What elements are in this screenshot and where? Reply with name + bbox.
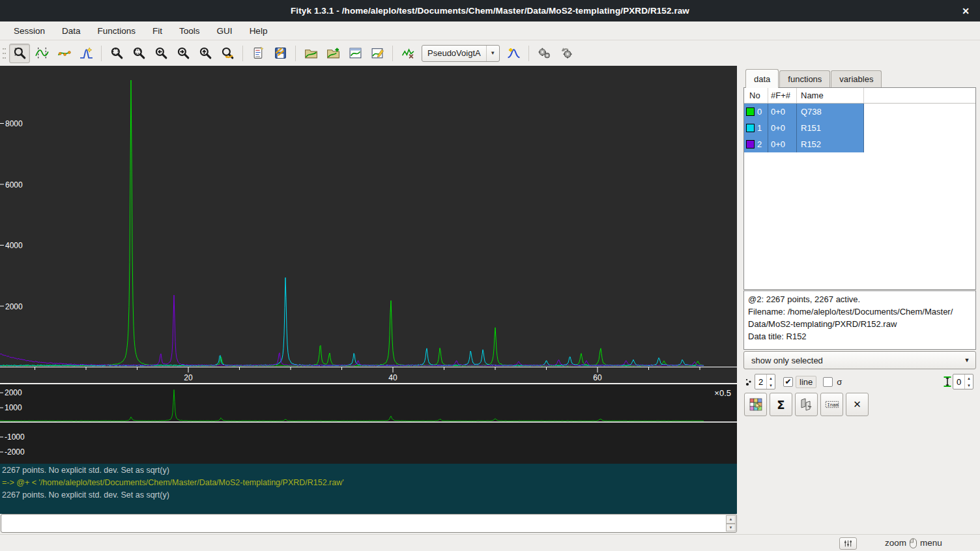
svg-text:40: 40: [388, 373, 397, 382]
command-input[interactable]: [1, 514, 737, 533]
dataset-name: Q738: [797, 104, 864, 120]
toolbar-separator: [528, 46, 529, 61]
sidebar-tabs: data functions variables: [745, 68, 882, 88]
line-checkbox-label[interactable]: line: [796, 376, 816, 388]
history-down-icon[interactable]: ▼: [726, 524, 736, 532]
chevron-down-icon: ▼: [958, 357, 975, 363]
fit-undo-button[interactable]: [556, 44, 577, 63]
menu-tools[interactable]: Tools: [171, 23, 209, 38]
save-session-button[interactable]: [270, 44, 291, 63]
titlebar: Fityk 1.3.1 - /home/aleplo/test/Document…: [0, 0, 980, 21]
tab-functions[interactable]: functions: [779, 70, 830, 88]
spin-down-icon[interactable]: ▼: [767, 382, 775, 389]
zoom-left-button[interactable]: [151, 44, 171, 63]
menu-session[interactable]: Session: [5, 23, 53, 38]
window-title: Fityk 1.3.1 - /home/aleplo/test/Document…: [291, 6, 689, 16]
svg-text:Inam: Inam: [827, 403, 838, 408]
fit-run-button[interactable]: [534, 44, 555, 63]
menu-fit[interactable]: Fit: [144, 23, 171, 38]
toolbar-grip[interactable]: [1, 45, 7, 62]
shift-icon: [942, 376, 953, 388]
data-range-mode-button[interactable]: [31, 44, 52, 63]
show-filter-value: show only selected: [744, 356, 958, 365]
zoom-selection-button[interactable]: [128, 44, 149, 63]
baseline-mode-button[interactable]: [53, 44, 74, 63]
statusbar-menu-label: menu: [920, 538, 942, 548]
dataset-color-chip: [746, 140, 755, 148]
exec-script-button[interactable]: [248, 44, 268, 63]
sigma-checkbox[interactable]: [823, 377, 833, 387]
data-table-button[interactable]: [345, 44, 366, 63]
fast-transformations-button[interactable]: [397, 44, 418, 63]
zoom-right-button[interactable]: [173, 44, 194, 63]
console-line: 2267 points. No explicit std. dev. Set a…: [2, 464, 735, 477]
history-up-icon[interactable]: ▲: [726, 515, 736, 524]
console-line: =-> @+ < '/home/aleplo/test/Documents/Ch…: [2, 477, 735, 489]
append-data-button[interactable]: [323, 44, 343, 63]
menu-gui[interactable]: GUI: [209, 23, 241, 38]
point-size-stepper[interactable]: ▲▼: [755, 374, 775, 389]
svg-text:-2000: -2000: [5, 447, 25, 457]
column-header-no: No: [744, 88, 768, 103]
menu-functions[interactable]: Functions: [89, 23, 145, 38]
aux-plot[interactable]: 20001000-1000-2000×0.5: [0, 384, 737, 464]
sigma-checkbox-label[interactable]: σ: [835, 377, 843, 387]
show-filter-dropdown[interactable]: show only selected ▼: [743, 351, 976, 369]
info-line: @2: 2267 points, 2267 active.: [748, 293, 972, 305]
menu-help[interactable]: Help: [241, 23, 276, 38]
table-row[interactable]: 2 0+0 R152: [744, 136, 864, 152]
add-peak-mode-button[interactable]: [76, 44, 96, 63]
tab-variables[interactable]: variables: [831, 70, 882, 88]
tab-data[interactable]: data: [745, 69, 779, 88]
data-editor-button[interactable]: [367, 44, 388, 63]
svg-text:20: 20: [184, 373, 193, 382]
close-icon[interactable]: ✕: [957, 0, 975, 21]
dataset-no: 1: [757, 123, 762, 133]
svg-text:2000: 2000: [5, 388, 22, 397]
sum-datasets-button[interactable]: Σ: [770, 393, 792, 416]
svg-text:1000: 1000: [5, 403, 22, 412]
add-function-button[interactable]: [503, 44, 524, 63]
info-line: Data title: R152: [748, 330, 972, 343]
copy-data-button[interactable]: [795, 393, 818, 416]
column-header-f: #F+#: [768, 88, 797, 103]
statusbar-config-button[interactable]: [839, 537, 857, 550]
spin-down-icon[interactable]: ▼: [965, 382, 973, 389]
toolbar-separator: [242, 46, 243, 61]
function-type-selector[interactable]: PseudoVoigtA ▼: [422, 45, 500, 62]
statusbar-zoom-label: zoom: [885, 538, 906, 548]
dataset-info: @2: 2267 points, 2267 active. Filename: …: [743, 290, 976, 350]
table-row[interactable]: 0 0+0 Q738: [744, 104, 864, 120]
svg-text:60: 60: [593, 373, 602, 382]
dataset-name: R151: [797, 120, 864, 136]
table-row[interactable]: 1 0+0 R151: [744, 120, 864, 136]
dataset-color-chip: [746, 124, 755, 132]
dataset-fcount: 0+0: [768, 104, 797, 120]
dataset-no: 2: [757, 139, 762, 149]
function-type-value: PseudoVoigtA: [422, 48, 486, 58]
zoom-previous-button[interactable]: [217, 44, 238, 63]
delete-dataset-button[interactable]: ✕: [846, 393, 869, 416]
spin-up-icon[interactable]: ▲: [965, 374, 973, 382]
svg-text:4000: 4000: [5, 241, 23, 250]
line-checkbox[interactable]: ✔: [783, 377, 793, 387]
main-plot[interactable]: 2040602000400060008000: [0, 66, 737, 383]
spin-up-icon[interactable]: ▲: [767, 374, 775, 382]
svg-text:-1000: -1000: [5, 432, 25, 442]
zoom-all-button[interactable]: [106, 44, 127, 63]
dataset-no: 0: [757, 107, 762, 117]
shift-stepper[interactable]: ▲▼: [953, 374, 973, 389]
zoom-mode-button[interactable]: [9, 44, 30, 63]
dataset-color-chip: [746, 107, 755, 116]
mouse-icon: [908, 537, 919, 549]
dataset-fcount: 0+0: [768, 120, 797, 136]
data-colors-button[interactable]: [744, 393, 767, 416]
point-size-value[interactable]: [755, 377, 766, 387]
menu-data[interactable]: Data: [53, 23, 89, 38]
rename-dataset-button[interactable]: Inam: [820, 393, 843, 416]
zoom-vertical-button[interactable]: [195, 44, 216, 63]
load-data-button[interactable]: [300, 44, 321, 63]
dataset-name: R152: [797, 136, 864, 152]
shift-value[interactable]: [953, 377, 964, 387]
console-log: 2267 points. No explicit std. dev. Set a…: [0, 464, 737, 514]
